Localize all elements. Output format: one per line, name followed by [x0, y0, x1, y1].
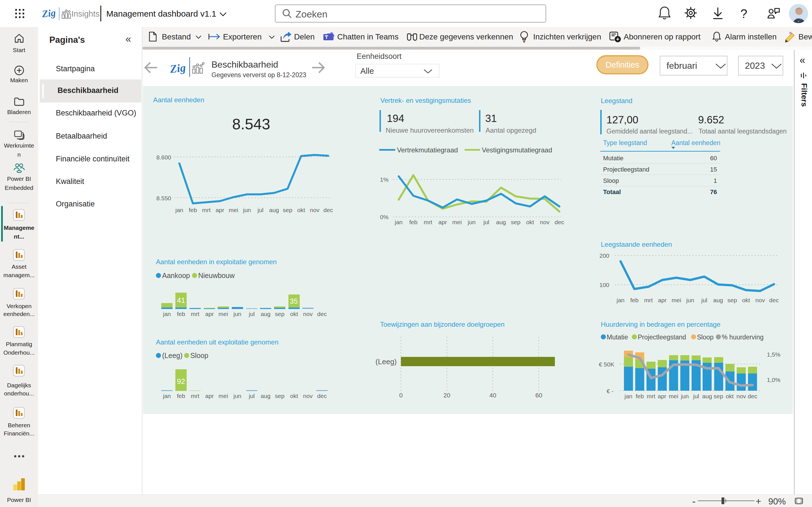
svg-text:1%: 1% — [380, 176, 389, 183]
svg-text:Aantal eenheden: Aantal eenheden — [153, 96, 204, 104]
svg-text:okt: okt — [726, 393, 733, 399]
svg-text:mei: mei — [452, 219, 462, 225]
svg-text:feb: feb — [630, 297, 638, 303]
svg-text:sep: sep — [275, 311, 285, 317]
svg-text:aug: aug — [496, 219, 506, 225]
svg-text:€ 50K: € 50K — [599, 361, 614, 368]
svg-text:100: 100 — [599, 282, 609, 288]
svg-text:8.543: 8.543 — [232, 115, 270, 132]
svg-text:mei: mei — [218, 311, 228, 317]
svg-text:aug: aug — [260, 311, 270, 317]
svg-text:okt: okt — [742, 297, 750, 303]
svg-text:Vertrek- en vestigingsmutaties: Vertrek- en vestigingsmutaties — [380, 97, 471, 104]
svg-text:mei: mei — [229, 207, 238, 213]
svg-text:jul: jul — [248, 311, 255, 317]
svg-text:dec: dec — [317, 393, 327, 399]
svg-text:apr: apr — [205, 311, 214, 317]
svg-text:1: 1 — [714, 177, 717, 184]
svg-text:nov: nov — [540, 219, 550, 225]
svg-text:jan: jan — [624, 393, 632, 399]
svg-text:Aantal eenheden in exploitatie: Aantal eenheden in exploitatie genomen — [156, 258, 276, 266]
svg-text:76: 76 — [710, 188, 717, 195]
svg-text:nov: nov — [755, 297, 765, 303]
svg-text:1,5%: 1,5% — [767, 351, 780, 358]
svg-text:200: 200 — [599, 252, 609, 259]
svg-text:Totaal aantal leegstandsdagen: Totaal aantal leegstandsdagen — [699, 128, 786, 135]
svg-text:Aantal eenheden: Aantal eenheden — [671, 139, 720, 147]
svg-text:nov: nov — [303, 311, 313, 317]
svg-text:nov: nov — [737, 393, 746, 399]
svg-text:sep: sep — [275, 393, 285, 399]
svg-text:okt: okt — [526, 219, 534, 225]
svg-text:sep: sep — [727, 297, 737, 303]
svg-text:feb: feb — [177, 311, 185, 317]
svg-text:apr: apr — [216, 207, 224, 213]
svg-text:feb: feb — [409, 219, 417, 225]
svg-text:feb: feb — [189, 207, 197, 213]
svg-text:jun: jun — [680, 393, 689, 399]
svg-text:€ -: € - — [606, 388, 613, 394]
svg-text:Nieuwe huurovereenkomsten: Nieuwe huurovereenkomsten — [386, 126, 474, 134]
svg-text:(Leeg): (Leeg) — [162, 351, 183, 359]
svg-text:Aankoop: Aankoop — [162, 272, 190, 279]
svg-text:nov: nov — [310, 207, 319, 213]
svg-text:jan: jan — [163, 393, 171, 399]
svg-text:jun: jun — [243, 207, 251, 213]
svg-text:60: 60 — [710, 155, 717, 162]
svg-text:20: 20 — [444, 392, 450, 399]
svg-text:jul: jul — [257, 207, 263, 213]
svg-text:0: 0 — [399, 392, 403, 399]
svg-text:Mutatie: Mutatie — [607, 334, 628, 341]
svg-text:dec: dec — [555, 219, 564, 225]
svg-text:194: 194 — [387, 113, 404, 124]
svg-text:aug: aug — [260, 393, 270, 399]
svg-text:Vestigingsmutatiegraad: Vestigingsmutatiegraad — [482, 146, 552, 154]
svg-text:Leegstaande eenheden: Leegstaande eenheden — [601, 240, 672, 248]
svg-text:Projectleegstand: Projectleegstand — [638, 334, 686, 341]
svg-text:Aantal eenheden uit exploitati: Aantal eenheden uit exploitatie genomen — [156, 338, 278, 346]
svg-text:1,0%: 1,0% — [767, 377, 780, 383]
svg-text:jan: jan — [163, 311, 171, 317]
svg-text:35: 35 — [290, 297, 298, 305]
svg-text:sep: sep — [283, 207, 292, 213]
svg-text:15: 15 — [710, 166, 717, 173]
svg-text:jan: jan — [616, 297, 624, 303]
svg-text:Type leegstand: Type leegstand — [603, 139, 647, 147]
svg-text:jul: jul — [483, 219, 489, 225]
svg-text:Leegstand: Leegstand — [601, 97, 632, 105]
svg-text:dec: dec — [769, 297, 779, 303]
svg-text:60: 60 — [536, 392, 542, 399]
svg-text:jan: jan — [175, 207, 183, 213]
svg-text:Aantal opgezegd: Aantal opgezegd — [486, 126, 536, 134]
svg-text:(Leeg): (Leeg) — [375, 357, 397, 366]
svg-text:127,00: 127,00 — [606, 114, 638, 126]
svg-text:feb: feb — [177, 393, 185, 399]
svg-text:Gemiddeld aantal leegstand...: Gemiddeld aantal leegstand... — [606, 128, 693, 135]
svg-text:Toewijzingen aan bijzondere do: Toewijzingen aan bijzondere doelgroepen — [380, 321, 505, 328]
svg-text:jun: jun — [233, 311, 241, 317]
svg-text:92: 92 — [177, 377, 185, 386]
svg-text:okt: okt — [290, 393, 298, 399]
svg-text:mei: mei — [669, 393, 678, 399]
svg-text:% huurderving: % huurderving — [722, 334, 763, 341]
svg-text:apr: apr — [439, 219, 447, 225]
svg-text:Sloop: Sloop — [603, 177, 619, 184]
svg-text:31: 31 — [485, 113, 497, 124]
svg-text:Nieuwbouw: Nieuwbouw — [198, 272, 235, 279]
svg-text:dec: dec — [323, 207, 333, 213]
svg-text:feb: feb — [636, 393, 644, 399]
svg-text:jun: jun — [233, 393, 241, 399]
svg-text:aug: aug — [702, 393, 712, 399]
svg-text:dec: dec — [748, 393, 757, 399]
svg-text:40: 40 — [490, 392, 496, 399]
svg-text:8.550: 8.550 — [156, 195, 171, 202]
svg-text:apr: apr — [205, 393, 214, 399]
svg-text:mrt: mrt — [202, 207, 211, 213]
svg-text:nov: nov — [303, 393, 313, 399]
svg-text:Vertrekmutatiegraad: Vertrekmutatiegraad — [397, 146, 458, 154]
svg-text:jul: jul — [693, 393, 699, 399]
svg-text:mrt: mrt — [191, 393, 199, 399]
svg-text:Huurderving in bedragen en per: Huurderving in bedragen en percentage — [601, 321, 720, 328]
svg-text:Sloop: Sloop — [697, 334, 714, 341]
svg-text:sep: sep — [511, 219, 520, 225]
